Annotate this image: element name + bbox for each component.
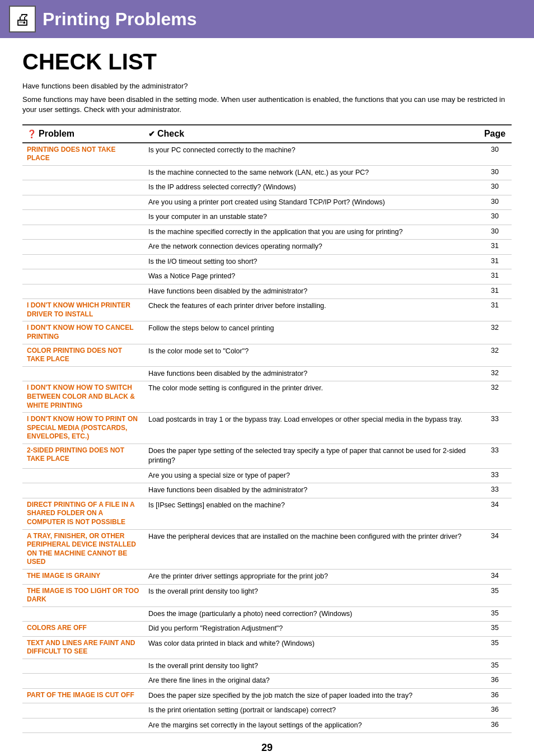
page-cell: 32 [478, 344, 512, 366]
problem-cell [22, 284, 144, 299]
check-cell: Is your PC connected correctly to the ma… [144, 143, 478, 166]
check-cell: Is your computer in an unstable state? [144, 210, 478, 225]
page-cell: 31 [478, 254, 512, 269]
check-cell: Was color data printed in black and whit… [144, 636, 478, 659]
page-cell: 36 [478, 674, 512, 689]
page-cell: 32 [478, 321, 512, 344]
check-cell: Is the I/O timeout setting too short? [144, 254, 478, 269]
table-row: Have functions been disabled by the admi… [22, 483, 512, 498]
check-cell: Was a Notice Page printed? [144, 269, 478, 284]
page-cell: 31 [478, 269, 512, 284]
problem-cell [22, 483, 144, 498]
table-row: Have functions been disabled by the admi… [22, 366, 512, 381]
page-cell: 32 [478, 366, 512, 381]
table-row: Are there fine lines in the original dat… [22, 674, 512, 689]
table-row: COLORS ARE OFFDid you perform "Registrat… [22, 622, 512, 637]
page-cell: 34 [478, 570, 512, 585]
checklist-title: CHECK LIST [22, 49, 512, 74]
problem-cell: TEXT AND LINES ARE FAINT AND DIFFICULT T… [22, 636, 144, 659]
table-row: Is the overall print density too light?3… [22, 659, 512, 674]
question-icon: ❓ [27, 129, 36, 138]
problem-cell: THE IMAGE IS GRAINY [22, 570, 144, 585]
page-cell: 35 [478, 606, 512, 622]
problem-cell [22, 210, 144, 225]
page-title: Printing Problems [43, 9, 197, 30]
intro-line-2: Some functions may have been disabled in… [22, 95, 512, 115]
check-cell: Are you using a printer port created usi… [144, 195, 478, 210]
check-cell: Are the network connection devices opera… [144, 240, 478, 255]
check-cell: Are you using a special size or type of … [144, 468, 478, 483]
page-cell: 33 [478, 483, 512, 498]
page-cell: 30 [478, 195, 512, 210]
check-cell: Is the overall print density too light? [144, 584, 478, 606]
problem-cell: I DON'T KNOW HOW TO SWITCH BETWEEN COLOR… [22, 381, 144, 413]
table-row: Are the margins set correctly in the lay… [22, 718, 512, 733]
page-cell: 35 [478, 636, 512, 659]
problem-cell [22, 674, 144, 689]
check-cell: Follow the steps below to cancel printin… [144, 321, 478, 344]
check-cell: Is the machine connected to the same net… [144, 165, 478, 180]
check-cell: Have the peripheral devices that are ins… [144, 529, 478, 569]
page-cell: 30 [478, 143, 512, 166]
page-cell: 31 [478, 299, 512, 321]
table-row: Is the machine connected to the same net… [22, 165, 512, 180]
table-row: Are you using a printer port created usi… [22, 195, 512, 210]
problem-cell [22, 180, 144, 195]
page-cell: 30 [478, 180, 512, 195]
table-header-row: ❓Problem ✔Check Page [22, 125, 512, 143]
problem-cell [22, 718, 144, 733]
page-header: 🖨 Printing Problems [0, 0, 534, 38]
problem-cell [22, 606, 144, 622]
table-row: Have functions been disabled by the admi… [22, 284, 512, 299]
problem-cell [22, 225, 144, 240]
problem-cell: PART OF THE IMAGE IS CUT OFF [22, 688, 144, 703]
page-cell: 33 [478, 468, 512, 483]
check-cell: The color mode setting is configured in … [144, 381, 478, 413]
table-row: Are you using a special size or type of … [22, 468, 512, 483]
page-cell: 30 [478, 165, 512, 180]
header-check: ✔Check [144, 125, 478, 143]
check-cell: Is the print orientation setting (portra… [144, 703, 478, 718]
table-row: THE IMAGE IS GRAINYAre the printer drive… [22, 570, 512, 585]
problem-cell [22, 468, 144, 483]
page-cell: 35 [478, 622, 512, 637]
check-cell: Does the paper size specified by the job… [144, 688, 478, 703]
page-cell: 31 [478, 284, 512, 299]
check-icon: ✔ [148, 129, 155, 138]
check-cell: Check the features of each printer drive… [144, 299, 478, 321]
header-problem: ❓Problem [22, 125, 144, 143]
table-row: Are the network connection devices opera… [22, 240, 512, 255]
check-cell: Have functions been disabled by the admi… [144, 366, 478, 381]
page-content: CHECK LIST Have functions been disabled … [0, 38, 534, 756]
check-cell: Is the color mode set to "Color"? [144, 344, 478, 366]
page-cell: 34 [478, 529, 512, 569]
page-cell: 36 [478, 688, 512, 703]
table-row: A TRAY, FINISHER, OR OTHER PERIPHERAL DE… [22, 529, 512, 569]
problem-cell: THE IMAGE IS TOO LIGHT OR TOO DARK [22, 584, 144, 606]
table-row: THE IMAGE IS TOO LIGHT OR TOO DARKIs the… [22, 584, 512, 606]
problem-cell [22, 366, 144, 381]
table-row: COLOR PRINTING DOES NOT TAKE PLACEIs the… [22, 344, 512, 366]
table-row: Is the machine specified correctly in th… [22, 225, 512, 240]
table-row: Is the I/O timeout setting too short?31 [22, 254, 512, 269]
check-cell: Is the overall print density too light? [144, 659, 478, 674]
table-row: Was a Notice Page printed?31 [22, 269, 512, 284]
intro-line-1: Have functions been disabled by the admi… [22, 81, 512, 91]
problem-cell: COLOR PRINTING DOES NOT TAKE PLACE [22, 344, 144, 366]
header-page: Page [478, 125, 512, 143]
page-cell: 33 [478, 413, 512, 444]
problem-cell: DIRECT PRINTING OF A FILE IN A SHARED FO… [22, 498, 144, 529]
page-cell: 35 [478, 659, 512, 674]
problem-cell: I DON'T KNOW HOW TO PRINT ON SPECIAL MED… [22, 413, 144, 444]
table-row: PRINTING DOES NOT TAKE PLACEIs your PC c… [22, 143, 512, 166]
problem-cell: I DON'T KNOW WHICH PRINTER DRIVER TO INS… [22, 299, 144, 321]
page-cell: 31 [478, 240, 512, 255]
table-row: DIRECT PRINTING OF A FILE IN A SHARED FO… [22, 498, 512, 529]
table-row: Is your computer in an unstable state?30 [22, 210, 512, 225]
table-row: Does the image (particularly a photo) ne… [22, 606, 512, 622]
table-row: I DON'T KNOW WHICH PRINTER DRIVER TO INS… [22, 299, 512, 321]
check-cell: Is the IP address selected correctly? (W… [144, 180, 478, 195]
problem-cell: 2-SIDED PRINTING DOES NOT TAKE PLACE [22, 444, 144, 468]
check-cell: Is [IPsec Settings] enabled on the machi… [144, 498, 478, 529]
check-cell: Did you perform "Registration Adjustment… [144, 622, 478, 637]
